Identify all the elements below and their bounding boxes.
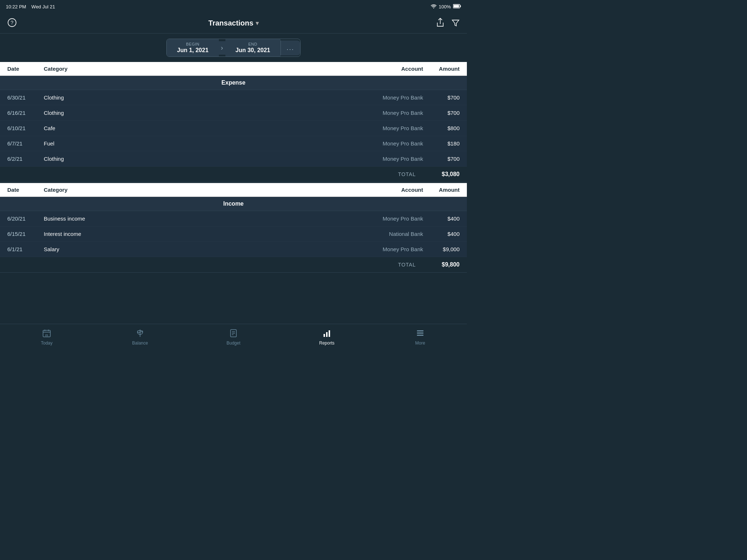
svg-rect-16	[324, 334, 325, 337]
expense-header-amount: Amount	[423, 66, 460, 72]
row-amount: $700	[423, 110, 460, 116]
row-account: National Bank	[350, 231, 423, 237]
more-icon	[416, 329, 425, 339]
svg-rect-18	[329, 330, 330, 337]
income-total-label: TOTAL	[398, 262, 416, 268]
status-bar: 10:22 PM Wed Jul 21 100%	[0, 0, 467, 13]
calendar-icon: 21	[42, 329, 51, 339]
date-more-button[interactable]: ...	[280, 40, 300, 55]
svg-rect-3	[454, 5, 459, 7]
tab-balance[interactable]: Balance	[93, 326, 187, 349]
expense-table-header: Date Category Account Amount	[0, 62, 467, 76]
row-category: Salary	[44, 246, 350, 252]
expense-header-category: Category	[44, 66, 350, 72]
tab-budget[interactable]: Budget	[187, 326, 280, 349]
row-account: Money Pro Bank	[350, 110, 423, 116]
expense-section-header: Expense	[0, 76, 467, 90]
expense-table-row[interactable]: 6/16/21 Clothing Money Pro Bank $700	[0, 105, 467, 121]
row-date: 6/7/21	[7, 140, 44, 147]
income-section-header: Income	[0, 197, 467, 211]
expense-total-value: $3,080	[423, 171, 460, 178]
begin-value: Jun 1, 2021	[177, 47, 208, 54]
nav-bar: ? Transactions ▾	[0, 13, 467, 34]
end-label: End	[236, 42, 270, 46]
date-range-group: Begin Jun 1, 2021 › End Jun 30, 2021 ...	[166, 39, 300, 57]
row-amount: $9,000	[423, 246, 460, 252]
svg-rect-20	[417, 332, 423, 334]
row-category: Cafe	[44, 125, 350, 131]
income-header-date: Date	[7, 187, 44, 193]
nav-title: Transactions ▾	[208, 19, 258, 27]
row-category: Clothing	[44, 94, 350, 101]
row-account: Money Pro Bank	[350, 125, 423, 131]
expense-table-row[interactable]: 6/10/21 Cafe Money Pro Bank $800	[0, 121, 467, 136]
expense-table-row[interactable]: 6/2/21 Clothing Money Pro Bank $700	[0, 151, 467, 167]
help-button[interactable]: ?	[7, 18, 17, 29]
row-amount: $700	[423, 156, 460, 162]
svg-point-0	[433, 7, 434, 8]
nav-left: ?	[7, 18, 36, 29]
row-amount: $180	[423, 140, 460, 147]
income-table-row[interactable]: 6/15/21 Interest income National Bank $4…	[0, 226, 467, 242]
reports-icon	[322, 329, 331, 339]
tab-today-label: Today	[41, 341, 53, 346]
income-header-category: Category	[44, 187, 350, 193]
row-account: Money Pro Bank	[350, 215, 423, 222]
expense-header-date: Date	[7, 66, 44, 72]
svg-text:21: 21	[45, 334, 48, 337]
income-rows: 6/20/21 Business income Money Pro Bank $…	[0, 211, 467, 257]
row-amount: $700	[423, 94, 460, 101]
income-table-row[interactable]: 6/1/21 Salary Money Pro Bank $9,000	[0, 242, 467, 257]
row-date: 6/15/21	[7, 231, 44, 237]
tab-balance-label: Balance	[132, 341, 148, 346]
row-date: 6/10/21	[7, 125, 44, 131]
date-range-bar: Begin Jun 1, 2021 › End Jun 30, 2021 ...	[0, 34, 467, 62]
expense-table-row[interactable]: 6/7/21 Fuel Money Pro Bank $180	[0, 136, 467, 151]
expense-table-row[interactable]: 6/30/21 Clothing Money Pro Bank $700	[0, 90, 467, 105]
svg-rect-19	[417, 330, 423, 331]
row-category: Clothing	[44, 156, 350, 162]
row-category: Interest income	[44, 231, 350, 237]
tab-more[interactable]: More	[374, 326, 467, 349]
row-account: Money Pro Bank	[350, 246, 423, 252]
row-amount: $400	[423, 215, 460, 222]
nav-right	[430, 18, 460, 29]
battery-icon	[453, 4, 461, 9]
row-category: Business income	[44, 215, 350, 222]
nav-title-text: Transactions	[208, 19, 253, 27]
wifi-icon	[431, 4, 437, 9]
tab-reports[interactable]: Reports	[280, 326, 374, 349]
end-date-button[interactable]: End Jun 30, 2021	[225, 39, 280, 57]
row-amount: $400	[423, 231, 460, 237]
expense-rows: 6/30/21 Clothing Money Pro Bank $700 6/1…	[0, 90, 467, 167]
status-time: 10:22 PM	[6, 4, 26, 9]
row-category: Clothing	[44, 110, 350, 116]
battery-percent: 100%	[439, 4, 451, 9]
budget-icon	[229, 329, 238, 339]
row-category: Fuel	[44, 140, 350, 147]
expense-total-row: TOTAL $3,080	[0, 167, 467, 182]
income-total-row: TOTAL $9,800	[0, 257, 467, 273]
begin-date-button[interactable]: Begin Jun 1, 2021	[167, 39, 218, 57]
row-date: 6/20/21	[7, 215, 44, 222]
row-account: Money Pro Bank	[350, 156, 423, 162]
income-table-row[interactable]: 6/20/21 Business income Money Pro Bank $…	[0, 211, 467, 226]
row-date: 6/30/21	[7, 94, 44, 101]
dropdown-chevron-icon[interactable]: ▾	[256, 20, 259, 27]
svg-rect-21	[417, 335, 423, 336]
tab-today[interactable]: 21 Today	[0, 326, 93, 349]
row-date: 6/2/21	[7, 156, 44, 162]
row-date: 6/1/21	[7, 246, 44, 252]
row-account: Money Pro Bank	[350, 140, 423, 147]
income-header-account: Account	[350, 187, 423, 193]
row-date: 6/16/21	[7, 110, 44, 116]
svg-text:?: ?	[11, 20, 13, 26]
row-account: Money Pro Bank	[350, 94, 423, 101]
filter-button[interactable]	[452, 19, 460, 28]
end-value: Jun 30, 2021	[236, 47, 270, 54]
begin-label: Begin	[177, 42, 208, 46]
svg-rect-2	[460, 5, 461, 7]
share-button[interactable]	[436, 18, 444, 29]
row-amount: $800	[423, 125, 460, 131]
tab-more-label: More	[415, 341, 425, 346]
